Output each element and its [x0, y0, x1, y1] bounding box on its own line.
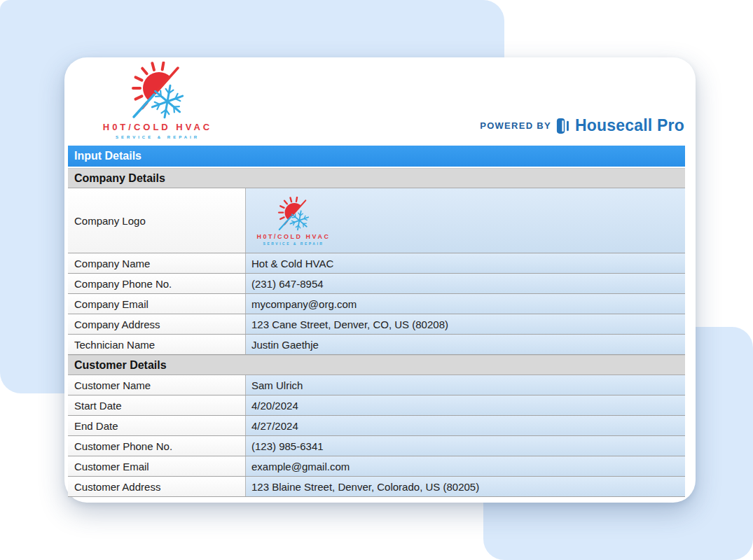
row-value: mycompany@org.com [246, 294, 685, 314]
row-label: Company Address [68, 314, 246, 334]
table-row-technician-name: Technician Name Justin Gaethje [68, 335, 685, 355]
document-card: H0T/COLD HVAC SERVICE & REPAIR POWERED B… [64, 57, 696, 503]
row-value: Hot & Cold HVAC [246, 253, 685, 273]
row-value: (231) 647-8954 [246, 274, 685, 293]
customer-details-header: Customer Details [68, 355, 685, 375]
company-logo-tagline: SERVICE & REPAIR [116, 135, 200, 139]
page-background: H0T/COLD HVAC SERVICE & REPAIR POWERED B… [0, 0, 753, 560]
row-label: Customer Name [68, 375, 246, 395]
table-row-customer-name: Customer Name Sam Ulrich [68, 375, 685, 396]
row-label: Customer Phone No. [68, 436, 246, 456]
row-label: Company Phone No. [68, 274, 246, 293]
powered-by-brand-text: Housecall Pro [575, 116, 684, 135]
row-value: 123 Cane Street, Denver, CO, US (80208) [246, 314, 685, 334]
input-details-header: Input Details [68, 146, 685, 167]
company-brand-logo: H0T/COLD HVAC SERVICE & REPAIR [91, 62, 224, 139]
company-logo-tagline: SERVICE & REPAIR [263, 241, 324, 246]
row-value: H0T/COLD HVAC SERVICE & REPAIR [246, 188, 685, 253]
row-value: (123) 985-6341 [246, 436, 685, 456]
table-row-start-date: Start Date 4/20/2024 [68, 396, 685, 416]
company-details-header: Company Details [68, 168, 685, 188]
company-logo-text: H0T/COLD HVAC [103, 122, 212, 132]
row-label: Technician Name [68, 335, 246, 354]
row-label: Customer Address [68, 477, 246, 496]
row-value: 123 Blaine Street, Denver, Colorado, US … [246, 477, 685, 496]
table-row-customer-phone: Customer Phone No. (123) 985-6341 [68, 436, 685, 456]
company-logo-text: H0T/COLD HVAC [257, 233, 331, 240]
row-label: Company Logo [68, 188, 246, 253]
row-value: 4/27/2024 [246, 416, 685, 435]
details-table: Input Details Company Details Company Lo… [68, 146, 685, 497]
row-value: Sam Ulrich [246, 375, 685, 395]
company-logo-cell: H0T/COLD HVAC SERVICE & REPAIR [251, 196, 336, 246]
powered-by-label: POWERED BY [480, 120, 551, 131]
row-value: 4/20/2024 [246, 396, 685, 415]
table-row-company-logo: Company Logo H0T/COLD HVAC SERVICE & REP… [68, 188, 685, 253]
hvac-sun-snowflake-icon [123, 62, 193, 120]
housecall-pro-icon [556, 118, 570, 134]
row-label: End Date [68, 416, 246, 435]
row-label: Company Name [68, 253, 246, 273]
row-label: Start Date [68, 396, 246, 415]
table-row-customer-email: Customer Email example@gmail.com [68, 456, 685, 477]
table-row-company-address: Company Address 123 Cane Street, Denver,… [68, 314, 685, 335]
table-row-company-phone: Company Phone No. (231) 647-8954 [68, 274, 685, 294]
table-row-company-name: Company Name Hot & Cold HVAC [68, 253, 685, 274]
table-row-end-date: End Date 4/27/2024 [68, 416, 685, 436]
table-row-company-email: Company Email mycompany@org.com [68, 294, 685, 314]
powered-by-branding: POWERED BY Housecall Pro [480, 116, 684, 135]
row-value: example@gmail.com [246, 456, 685, 476]
row-label: Company Email [68, 294, 246, 314]
row-value: Justin Gaethje [246, 335, 685, 354]
row-label: Customer Email [68, 456, 246, 476]
hvac-sun-snowflake-icon [272, 197, 315, 232]
table-row-customer-address: Customer Address 123 Blaine Street, Denv… [68, 477, 685, 497]
